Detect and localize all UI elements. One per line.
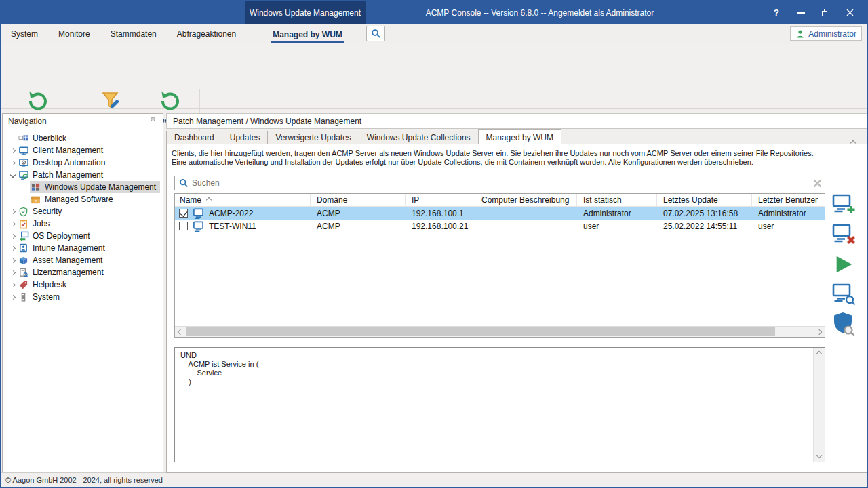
minimize-button[interactable] [789, 1, 813, 24]
column-header-letzter-benutzer[interactable]: Letzter Benutzer [752, 194, 826, 206]
inspect-client-button[interactable] [831, 283, 856, 306]
table-row[interactable]: ACMP-2022 ACMP 192.168.100.1 Administrat… [175, 207, 825, 220]
filter-configure-icon [99, 89, 122, 113]
menu-item-abfrageaktionen[interactable]: Abfrageaktionen [176, 28, 237, 40]
column-header-label: Ist statisch [583, 195, 622, 205]
tab-managed-by-wum[interactable]: Managed by WUM [478, 129, 561, 144]
client-last-user: Administrator [752, 209, 826, 218]
acmp-console-window: Windows Update Management ACMP Console -… [0, 0, 868, 488]
client-actions-toolbar [831, 193, 859, 336]
scroll-left-icon[interactable] [175, 327, 186, 337]
nav-item-security[interactable]: Security [3, 205, 163, 218]
remove-client-button[interactable] [831, 223, 856, 246]
restore-button[interactable] [813, 1, 837, 24]
client-is-static: Administrator [577, 209, 657, 218]
column-header-computer-beschreibung[interactable]: Computer Beschreibung [475, 194, 577, 206]
row-checkbox-unchecked[interactable] [179, 222, 188, 230]
nav-item-os-deployment[interactable]: OS Deployment [3, 230, 163, 242]
nav-item-helpdesk[interactable]: Helpdesk [3, 279, 163, 291]
tab-updates[interactable]: Updates [222, 131, 269, 144]
nav-item-label: Desktop Automation [33, 158, 105, 167]
scroll-down-icon[interactable] [814, 450, 825, 461]
menu-item-monitore[interactable]: Monitore [57, 28, 92, 40]
titlebar-context-tab-label: Windows Update Management [250, 8, 361, 18]
statusbar: © Aagon GmbH 2002 - 2024, all rights res… [1, 472, 867, 487]
nav-item-patch-management[interactable]: Patch Management [3, 169, 163, 181]
titlebar-context-tab[interactable]: Windows Update Management [245, 1, 366, 24]
search-icon [371, 28, 381, 39]
copyright-text: © Aagon GmbH 2002 - 2024, all rights res… [5, 476, 163, 484]
license-icon [18, 267, 29, 278]
menu-search-button[interactable] [366, 26, 385, 41]
tab-label: Verweigerte Updates [275, 133, 351, 142]
chevron-right-icon [10, 160, 15, 165]
menubar: System Monitore Stammdaten Abfrageaktion… [1, 24, 868, 43]
logged-in-user-label: Administrator [808, 29, 856, 39]
sort-ascending-icon [206, 197, 212, 203]
column-header-domaene[interactable]: Domäne [311, 194, 406, 206]
column-header-label: Name [180, 195, 201, 205]
column-header-name[interactable]: Name [175, 194, 311, 206]
close-button[interactable] [837, 1, 862, 24]
nav-item-asset-management[interactable]: Asset Management [3, 254, 163, 266]
column-header-letztes-update[interactable]: Letztes Update [657, 194, 752, 206]
nav-item-label: System [33, 292, 60, 302]
menu-item-managed-by-wum[interactable]: Managed by WUM [271, 28, 344, 43]
tab-verweigerte-updates[interactable]: Verweigerte Updates [267, 131, 359, 144]
nav-item-ueberblick[interactable]: Überblick [3, 132, 163, 144]
horizontal-scrollbar[interactable] [175, 326, 825, 337]
vertical-scrollbar[interactable] [813, 348, 825, 462]
breadcrumb: Patch Management / Windows Update Manage… [166, 113, 867, 129]
column-header-ist-statisch[interactable]: Ist statisch [577, 194, 657, 206]
nav-item-jobs[interactable]: Jobs [3, 218, 163, 230]
nav-item-client-management[interactable]: Client Management [3, 144, 163, 157]
nav-item-windows-update-management[interactable]: Windows Update Management [3, 181, 163, 193]
nav-item-label: OS Deployment [33, 231, 90, 241]
scan-updates-button[interactable] [831, 312, 856, 336]
nav-item-managed-software[interactable]: Managed Software [3, 193, 163, 205]
menu-item-system[interactable]: System [9, 28, 39, 40]
nav-item-label: Jobs [33, 219, 50, 228]
client-domain: ACMP [311, 222, 406, 231]
security-icon [18, 206, 29, 217]
nav-item-intune-management[interactable]: Intune Management [3, 242, 163, 254]
nav-item-label: Managed Software [45, 195, 113, 204]
run-button[interactable] [831, 253, 856, 276]
filter-line: ) [180, 378, 819, 386]
scroll-right-icon[interactable] [814, 327, 825, 337]
clear-search-icon[interactable] [810, 179, 825, 188]
row-checkbox-checked[interactable] [179, 209, 188, 218]
filter-expression-text: UND ACMP ist Service in ( Service ) [175, 348, 825, 390]
column-header-ip[interactable]: IP [406, 194, 475, 206]
nav-item-label: Überblick [33, 134, 66, 143]
nav-item-desktop-automation[interactable]: Desktop Automation [3, 157, 163, 169]
nav-item-system[interactable]: System [3, 291, 163, 303]
tab-dashboard[interactable]: Dashboard [166, 131, 222, 144]
scrollbar-thumb[interactable] [186, 327, 775, 336]
chevron-right-icon [10, 245, 15, 250]
tab-windows-update-collections[interactable]: Windows Update Collections [359, 131, 479, 144]
nav-item-lizenzmanagement[interactable]: Lizenzmanagement [3, 266, 163, 279]
os-deployment-icon [18, 230, 29, 241]
table-header-row: Name Domäne IP Computer Beschreibung Ist… [175, 194, 825, 207]
column-header-label: Domäne [317, 195, 347, 205]
chevron-right-icon [10, 209, 15, 214]
table-row[interactable]: TEST-WIN11 ACMP 192.168.100.21 user 25.0… [175, 220, 825, 232]
client-domain: ACMP [311, 209, 406, 218]
filter-line: UND [180, 351, 819, 360]
tab-label: Dashboard [174, 133, 214, 142]
chevron-right-icon [10, 221, 15, 226]
windows-update-icon [30, 182, 41, 192]
scroll-up-icon[interactable] [814, 348, 825, 359]
help-icon: ? [774, 7, 779, 18]
search-input[interactable] [192, 178, 810, 188]
add-client-button[interactable] [831, 193, 856, 216]
menu-item-stammdaten[interactable]: Stammdaten [109, 28, 158, 40]
pin-icon[interactable] [149, 116, 157, 127]
navigation-panel: Navigation Überblick Client Management [2, 113, 163, 473]
ribbon: Aktualisieren Filter konfigurieren Neu b… [1, 43, 868, 109]
content-tabstrip: Dashboard Updates Verweigerte Updates Wi… [166, 129, 561, 144]
logged-in-user-button[interactable]: Administrator [790, 26, 862, 41]
minimize-icon [797, 12, 805, 14]
help-button[interactable]: ? [764, 1, 789, 24]
